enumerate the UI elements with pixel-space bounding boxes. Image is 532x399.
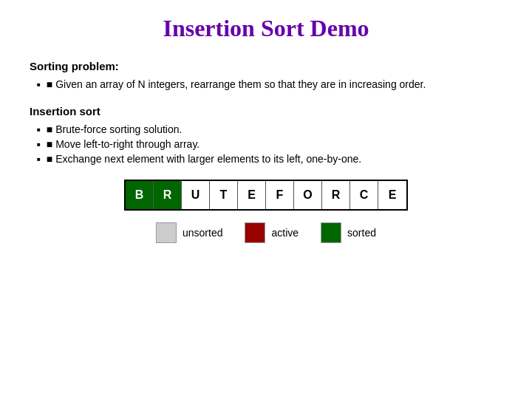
array-cell-4: E (238, 181, 266, 209)
bullet-icon: ■ (47, 153, 55, 165)
array-cell-5: F (266, 181, 294, 209)
sorting-problem-heading: Sorting problem: (30, 60, 502, 72)
array-cell-0: B (126, 181, 154, 209)
sorting-problem-section: Sorting problem: ■ Given an array of N i… (30, 60, 502, 90)
list-item: ■ Exchange next element with larger elem… (37, 153, 502, 165)
insertion-sort-section: Insertion sort ■ Brute-force sorting sol… (30, 105, 502, 165)
legend-sorted: sorted (321, 222, 376, 243)
array-cell-9: E (378, 181, 406, 209)
sorted-label: sorted (347, 227, 376, 239)
array-cell-8: C (350, 181, 378, 209)
legend: unsorted active sorted (30, 222, 502, 243)
array-cell-1: R (154, 181, 182, 209)
legend-unsorted: unsorted (156, 222, 222, 243)
array-cells: B R U T E F O R C E (124, 180, 408, 211)
insertion-sort-list: ■ Brute-force sorting solution. ■ Move l… (30, 123, 502, 165)
array-cell-6: O (294, 181, 322, 209)
array-cell-7: R (322, 181, 350, 209)
array-container: B R U T E F O R C E (30, 180, 502, 211)
bullet-icon: ■ (47, 138, 55, 150)
bullet-icon: ■ (47, 123, 55, 135)
legend-active: active (245, 222, 299, 243)
unsorted-color-box (156, 222, 177, 243)
list-item: ■ Brute-force sorting solution. (37, 123, 502, 135)
list-item: ■ Given an array of N integers, rearrang… (37, 78, 502, 90)
page: Insertion Sort Demo Sorting problem: ■ G… (0, 0, 532, 399)
array-cell-2: U (182, 181, 210, 209)
bullet-icon: ■ (47, 78, 55, 90)
page-title: Insertion Sort Demo (30, 15, 502, 42)
active-color-box (245, 222, 265, 243)
sorted-color-box (321, 222, 341, 243)
insertion-sort-heading: Insertion sort (30, 105, 502, 117)
array-cell-3: T (210, 181, 238, 209)
list-item: ■ Move left-to-right through array. (37, 138, 502, 150)
active-label: active (271, 227, 299, 239)
sorting-problem-list: ■ Given an array of N integers, rearrang… (30, 78, 502, 90)
unsorted-label: unsorted (183, 227, 222, 239)
